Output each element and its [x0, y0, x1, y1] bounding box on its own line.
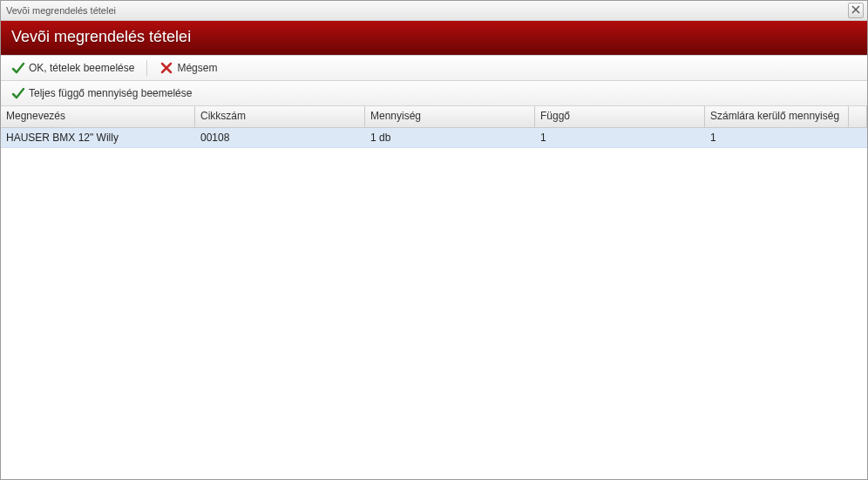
- full-pending-qty-label: Teljes függő mennyiség beemelése: [29, 87, 192, 99]
- table-header: Megnevezés Cikkszám Mennyiség Függő Szám…: [1, 106, 867, 128]
- sub-toolbar: Teljes függő mennyiség beemelése: [1, 81, 867, 106]
- main-toolbar: OK, tételek beemelése Mégsem: [1, 55, 867, 81]
- table-row[interactable]: HAUSER BMX 12" Willy 00108 1 db 1 1: [1, 128, 867, 148]
- toolbar-separator: [146, 60, 147, 76]
- titlebar: Vevõi megrendelés tételei: [1, 1, 867, 21]
- close-icon: [851, 4, 860, 17]
- col-header-spacer: [849, 106, 867, 127]
- cell-qty: 1 db: [365, 130, 535, 145]
- cancel-button[interactable]: Mégsem: [154, 59, 222, 77]
- full-pending-qty-button[interactable]: Teljes függő mennyiség beemelése: [6, 85, 197, 102]
- cell-item-no: 00108: [195, 130, 365, 145]
- cell-name: HAUSER BMX 12" Willy: [1, 130, 195, 145]
- check-icon: [11, 61, 25, 75]
- dialog-window: Vevõi megrendelés tételei Vevõi megrende…: [0, 0, 868, 480]
- cell-invoice-qty[interactable]: 1: [705, 130, 849, 145]
- x-icon: [159, 61, 173, 75]
- ok-button-label: OK, tételek beemelése: [29, 62, 134, 74]
- close-button[interactable]: [848, 3, 864, 18]
- table-body[interactable]: HAUSER BMX 12" Willy 00108 1 db 1 1: [1, 128, 867, 479]
- cancel-button-label: Mégsem: [177, 62, 217, 74]
- items-table: Megnevezés Cikkszám Mennyiség Függő Szám…: [1, 106, 867, 479]
- check-icon: [11, 86, 25, 100]
- col-header-item-no[interactable]: Cikkszám: [195, 106, 365, 127]
- banner-title: Vevõi megrendelés tételei: [11, 28, 191, 45]
- col-header-name[interactable]: Megnevezés: [1, 106, 195, 127]
- col-header-pending[interactable]: Függő: [535, 106, 705, 127]
- cell-pending: 1: [535, 130, 705, 145]
- ok-button[interactable]: OK, tételek beemelése: [6, 59, 139, 77]
- header-banner: Vevõi megrendelés tételei: [1, 21, 867, 55]
- col-header-qty[interactable]: Mennyiség: [365, 106, 535, 127]
- cell-spacer: [849, 136, 867, 139]
- col-header-invoice-qty[interactable]: Számlára kerülő mennyiség: [705, 106, 849, 127]
- window-title: Vevõi megrendelés tételei: [6, 5, 116, 16]
